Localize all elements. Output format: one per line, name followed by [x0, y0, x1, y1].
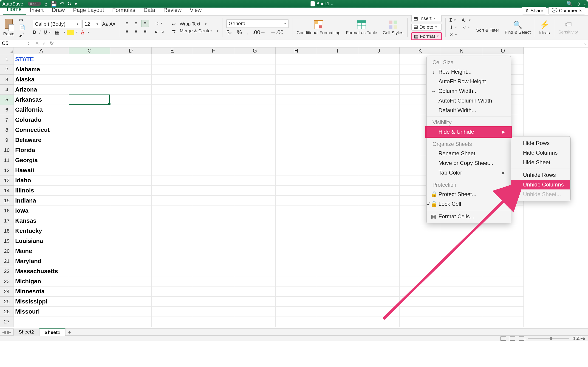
cell[interactable]: Alaska — [14, 75, 69, 85]
cell[interactable] — [358, 155, 400, 165]
account-icon[interactable]: ☺ — [576, 1, 581, 7]
cell[interactable] — [110, 125, 152, 135]
menu-item-column-width[interactable]: ↔Column Width... — [426, 86, 511, 96]
cell[interactable] — [69, 297, 110, 307]
row-header-19[interactable]: 19 — [0, 236, 14, 246]
cell[interactable] — [234, 54, 276, 65]
cell[interactable] — [234, 175, 276, 186]
column-headers[interactable]: ACDEFGHIJKNO — [14, 48, 524, 54]
cell[interactable] — [276, 95, 317, 105]
row-header-20[interactable]: 20 — [0, 246, 14, 256]
cell[interactable] — [400, 276, 441, 286]
cell[interactable] — [441, 297, 482, 307]
cell[interactable] — [152, 125, 193, 135]
cell[interactable] — [441, 276, 482, 286]
cell[interactable] — [69, 266, 110, 276]
cell[interactable] — [358, 196, 400, 206]
cell[interactable] — [317, 145, 358, 155]
cell[interactable] — [152, 155, 193, 165]
cell[interactable] — [152, 226, 193, 236]
cell[interactable] — [193, 297, 234, 307]
cell[interactable]: Missouri — [14, 307, 69, 317]
search-icon[interactable]: 🔍 — [566, 1, 573, 7]
cell[interactable] — [276, 276, 317, 286]
row-header-21[interactable]: 21 — [0, 256, 14, 266]
cell[interactable]: STATE — [14, 54, 69, 65]
currency-icon[interactable]: $▼ — [226, 29, 232, 35]
cell[interactable] — [317, 135, 358, 145]
cell[interactable] — [234, 155, 276, 165]
cell[interactable] — [317, 105, 358, 115]
sheet-nav-prev[interactable]: ◀ — [2, 329, 6, 335]
cell[interactable] — [276, 196, 317, 206]
cell[interactable] — [152, 216, 193, 226]
cell[interactable] — [441, 256, 482, 266]
cell[interactable] — [152, 246, 193, 256]
cell[interactable] — [317, 196, 358, 206]
row-header-11[interactable]: 11 — [0, 155, 14, 165]
title-dropdown-icon[interactable]: ⌵ — [331, 2, 333, 6]
cell[interactable] — [317, 246, 358, 256]
cell[interactable]: Indiana — [14, 196, 69, 206]
insert-cells[interactable]: ⬒Insert▼ — [411, 15, 442, 22]
cell[interactable] — [110, 307, 152, 317]
cell[interactable] — [234, 65, 276, 75]
cell[interactable] — [193, 135, 234, 145]
cell[interactable] — [317, 85, 358, 95]
align-center[interactable]: ≡ — [132, 28, 140, 35]
cell[interactable] — [69, 105, 110, 115]
cell[interactable] — [317, 286, 358, 297]
merge-center-button[interactable]: ⇆ Merge & Center ▼ — [172, 28, 219, 34]
cell[interactable] — [69, 286, 110, 297]
expand-fxbar-icon[interactable]: ⌵ — [583, 40, 588, 46]
cell[interactable] — [358, 145, 400, 155]
cell[interactable] — [193, 165, 234, 175]
cell[interactable] — [110, 175, 152, 186]
cell[interactable] — [69, 54, 110, 65]
col-header-O[interactable]: O — [482, 48, 524, 54]
cell[interactable] — [69, 206, 110, 216]
delete-cells[interactable]: ⬓Delete▼ — [411, 24, 442, 31]
cell[interactable] — [110, 135, 152, 145]
col-header-D[interactable]: D — [110, 48, 152, 54]
col-header-I[interactable]: I — [317, 48, 358, 54]
cell[interactable] — [317, 186, 358, 196]
col-header-G[interactable]: G — [234, 48, 276, 54]
cell[interactable] — [358, 65, 400, 75]
cell[interactable] — [276, 226, 317, 236]
share-button[interactable]: ⇪Share — [522, 7, 546, 15]
sheet-tab-sheet2[interactable]: Sheet2 — [13, 328, 39, 336]
cell[interactable]: Delaware — [14, 135, 69, 145]
cell[interactable] — [234, 186, 276, 196]
cell[interactable] — [358, 307, 400, 317]
tab-view[interactable]: View — [186, 5, 206, 15]
cell[interactable]: Kansas — [14, 216, 69, 226]
cell[interactable] — [193, 206, 234, 216]
cell[interactable] — [317, 165, 358, 175]
cell[interactable] — [110, 196, 152, 206]
cell[interactable] — [317, 206, 358, 216]
cell[interactable] — [69, 317, 110, 327]
tab-page-layout[interactable]: Page Layout — [69, 5, 108, 15]
cell[interactable] — [317, 236, 358, 246]
cell[interactable] — [276, 54, 317, 65]
cell[interactable] — [110, 246, 152, 256]
zoom-level[interactable]: 155% — [573, 336, 585, 341]
filter-funnel-icon[interactable]: ▽ — [463, 25, 466, 30]
cell[interactable]: Maine — [14, 246, 69, 256]
cell[interactable] — [193, 286, 234, 297]
cell[interactable] — [110, 276, 152, 286]
cell[interactable] — [276, 186, 317, 196]
cell[interactable] — [193, 246, 234, 256]
cell[interactable] — [152, 105, 193, 115]
cell[interactable] — [482, 297, 524, 307]
cell[interactable] — [441, 236, 482, 246]
cell[interactable] — [358, 317, 400, 327]
cell[interactable] — [193, 105, 234, 115]
sort-filter[interactable]: Sort & Filter — [474, 28, 501, 33]
cell[interactable] — [69, 216, 110, 226]
cell[interactable]: Colorado — [14, 115, 69, 125]
cell[interactable] — [358, 125, 400, 135]
col-header-F[interactable]: F — [193, 48, 234, 54]
comments-button[interactable]: 💬Comments — [548, 7, 585, 15]
